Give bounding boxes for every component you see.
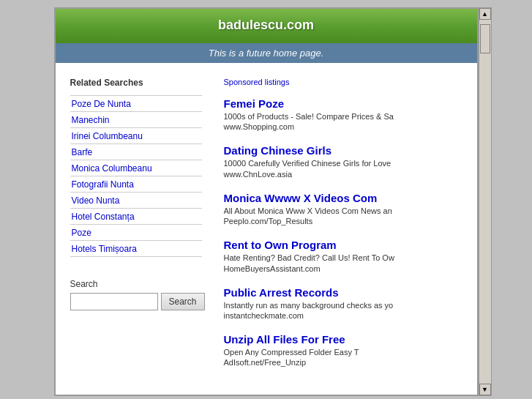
list-item: Monica Columbeanu (70, 160, 202, 176)
list-item: Hotels Timișoara (70, 241, 202, 257)
related-search-link[interactable]: Barfe (72, 147, 93, 157)
ad-title[interactable]: Unzip All Files For Free (224, 333, 462, 346)
ad-title[interactable]: Public Arrest Records (224, 286, 462, 299)
left-column: Related Searches Poze De Nunta Manechin … (56, 78, 217, 380)
list-item: Poze De Nunta (70, 96, 202, 112)
scrollbar-track[interactable] (479, 20, 491, 383)
related-search-link[interactable]: Hotels Timișoara (72, 244, 137, 254)
scroll-up-arrow[interactable]: ▲ (479, 8, 491, 20)
related-search-link[interactable]: Monica Columbeanu (72, 163, 152, 174)
browser-window: badulescu.com This is a future home page… (54, 7, 479, 396)
ad-title[interactable]: Rent to Own Program (224, 239, 462, 251)
list-item: Barfe (70, 144, 202, 160)
scrollbar[interactable]: ▲ ▼ (479, 7, 492, 396)
ad-desc: 10000 Carefully Verified Chinese Girls f… (224, 158, 462, 169)
scrollbar-thumb[interactable] (480, 24, 490, 53)
subtitle-text: This is a future home page. (209, 48, 324, 59)
ad-url: HomeBuyersAssistant.com (224, 264, 462, 273)
search-section: Search Search (70, 279, 202, 310)
ad-title[interactable]: Dating Chinese Girls (224, 144, 462, 157)
main-content: Related Searches Poze De Nunta Manechin … (56, 63, 477, 395)
scroll-down-arrow[interactable]: ▼ (479, 384, 491, 395)
list-item: Fotografii Nunta (70, 176, 202, 193)
ad-url: instantcheckmate.com (224, 311, 462, 320)
ad-desc: 1000s of Products - Sale! Compare Prices… (224, 111, 462, 122)
related-search-link[interactable]: Hotel Constanța (72, 212, 135, 222)
ad-title[interactable]: Femei Poze (224, 97, 462, 110)
ad-item: Public Arrest Records Instantly run as m… (224, 286, 462, 320)
ad-desc: Open Any Compressed Folder Easy T (224, 347, 462, 358)
search-label: Search (70, 279, 202, 289)
ad-item: Femei Poze 1000s of Products - Sale! Com… (224, 97, 462, 131)
related-search-link[interactable]: Video Nunta (72, 195, 120, 206)
list-item: Hotel Constanța (70, 209, 202, 225)
subtitle-bar: This is a future home page. (56, 43, 477, 63)
list-item: Manechin (70, 112, 202, 128)
related-searches-title: Related Searches (70, 78, 202, 88)
ad-title[interactable]: Monica Wwww X Videos Com (224, 192, 462, 204)
list-item: Video Nunta (70, 193, 202, 209)
ad-url: www.ChnLove.asia (224, 170, 462, 179)
right-column: Sponsored listings Femei Poze 1000s of P… (217, 78, 477, 380)
site-header: badulescu.com (56, 9, 477, 43)
ad-item: Monica Wwww X Videos Com All About Monic… (224, 192, 462, 225)
site-title: badulescu.com (70, 18, 462, 33)
list-item: Irinei Columbeanu (70, 128, 202, 144)
sponsored-listings-link[interactable]: Sponsored listings (224, 78, 462, 86)
search-input[interactable] (70, 293, 158, 310)
search-button[interactable]: Search (161, 293, 205, 310)
ad-desc: Hate Renting? Bad Credit? Call Us! Rent … (224, 253, 462, 264)
related-search-link[interactable]: Manechin (72, 115, 110, 125)
search-form: Search (70, 293, 202, 310)
related-search-link[interactable]: Poze De Nunta (72, 99, 131, 109)
ad-url: Peeplo.com/Top_Results (224, 217, 462, 225)
list-item: Poze (70, 225, 202, 241)
related-search-link[interactable]: Fotografii Nunta (72, 179, 134, 190)
ad-item: Unzip All Files For Free Open Any Compre… (224, 333, 462, 367)
ad-item: Dating Chinese Girls 10000 Carefully Ver… (224, 144, 462, 178)
ad-desc: Instantly run as many background checks … (224, 300, 462, 311)
related-search-link[interactable]: Poze (72, 228, 91, 238)
ad-desc: All About Monica Www X Videos Com News a… (224, 206, 462, 217)
related-searches-list: Poze De Nunta Manechin Irinei Columbeanu… (70, 95, 202, 257)
ad-item: Rent to Own Program Hate Renting? Bad Cr… (224, 239, 462, 272)
ad-url: www.Shopping.com (224, 122, 462, 131)
ad-url: AdIsoft.net/Free_Unzip (224, 358, 462, 367)
related-search-link[interactable]: Irinei Columbeanu (72, 131, 143, 141)
